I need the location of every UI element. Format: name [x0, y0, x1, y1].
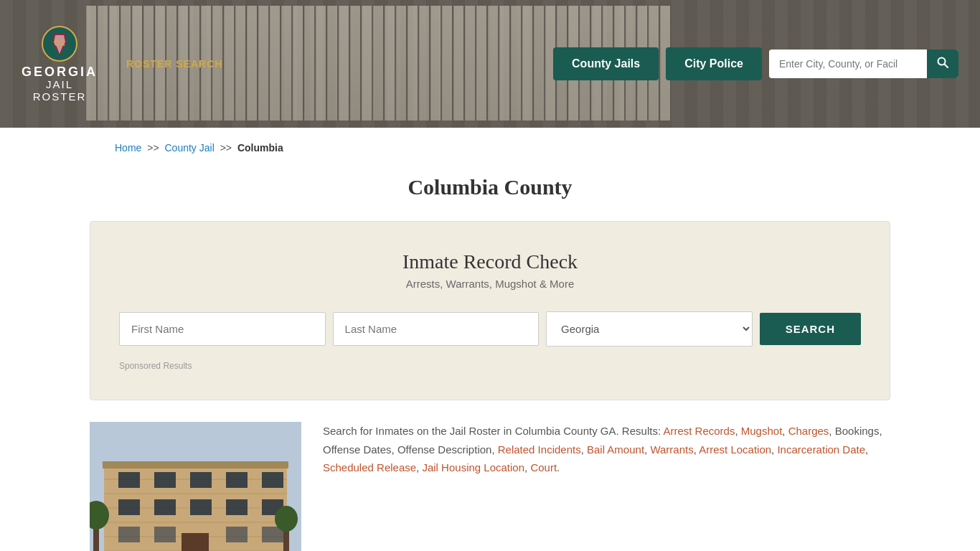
breadcrumb-sep-2: >>: [220, 142, 232, 154]
breadcrumb: Home >> County Jail >> Columbia: [0, 128, 980, 168]
svg-text:GA: GA: [55, 39, 65, 47]
georgia-state-icon: GA: [41, 25, 78, 62]
svg-point-33: [275, 506, 298, 532]
breadcrumb-sep-1: >>: [147, 142, 159, 154]
bottom-description: Search for Inmates on the Jail Roster in…: [323, 422, 890, 477]
header-right: County Jails City Police: [553, 47, 958, 80]
breadcrumb-county-jail[interactable]: County Jail: [165, 142, 215, 154]
last-name-input[interactable]: [333, 312, 540, 346]
svg-rect-15: [154, 472, 176, 488]
record-check-title: Inmate Record Check: [119, 250, 861, 273]
court-link[interactable]: Court: [530, 461, 557, 474]
sponsored-results-label: Sponsored Results: [119, 361, 861, 371]
header-search-input[interactable]: [769, 51, 927, 77]
county-jails-button[interactable]: County Jails: [553, 47, 659, 80]
roster-search-link[interactable]: ROSTER SEARCH: [126, 58, 222, 70]
svg-rect-18: [262, 472, 283, 488]
scheduled-release-link[interactable]: Scheduled Release: [323, 461, 416, 474]
header: GA GEORGIA JAIL ROSTER ROSTER SEARCH Cou…: [0, 0, 980, 128]
first-name-input[interactable]: [119, 312, 326, 346]
svg-rect-19: [118, 499, 140, 515]
svg-line-5: [945, 65, 948, 68]
svg-rect-20: [154, 499, 176, 515]
header-search-bar: [769, 50, 958, 78]
mugshot-link[interactable]: Mugshot: [741, 425, 783, 437]
header-search-button[interactable]: [927, 50, 958, 78]
bail-amount-link[interactable]: Bail Amount: [587, 443, 644, 456]
inmate-search-button[interactable]: SEARCH: [760, 313, 861, 345]
warrants-link[interactable]: Warrants: [650, 443, 693, 456]
bottom-section: Search for Inmates on the Jail Roster in…: [0, 400, 980, 551]
charges-link[interactable]: Charges: [788, 425, 829, 437]
logo-text-roster: ROSTER: [33, 91, 87, 103]
svg-rect-24: [118, 527, 140, 542]
logo-text-georgia: GEORGIA: [22, 65, 98, 80]
svg-rect-21: [190, 499, 212, 515]
breadcrumb-current: Columbia: [237, 142, 283, 154]
jail-housing-location-link[interactable]: Jail Housing Location: [422, 461, 524, 474]
svg-rect-14: [118, 472, 140, 488]
breadcrumb-home[interactable]: Home: [115, 142, 141, 154]
arrest-location-link[interactable]: Arrest Location: [699, 443, 771, 456]
incarceration-date-link[interactable]: Incarceration Date: [777, 443, 865, 456]
record-check-section: Inmate Record Check Arrests, Warrants, M…: [90, 221, 890, 400]
svg-rect-16: [190, 472, 212, 488]
search-icon: [937, 57, 948, 68]
svg-rect-26: [226, 527, 248, 542]
svg-rect-17: [226, 472, 248, 488]
related-incidents-link[interactable]: Related Incidents: [498, 443, 581, 456]
svg-rect-28: [182, 533, 209, 551]
svg-rect-25: [154, 527, 176, 542]
city-police-button[interactable]: City Police: [666, 47, 762, 80]
logo-text-jail: JAIL: [46, 79, 73, 91]
page-title: Columbia County: [0, 168, 980, 221]
header-content: GA GEORGIA JAIL ROSTER ROSTER SEARCH Cou…: [0, 0, 980, 128]
logo[interactable]: GA GEORGIA JAIL ROSTER: [22, 25, 98, 103]
building-image: [90, 422, 301, 551]
state-select[interactable]: Georgia: [546, 311, 753, 347]
svg-rect-22: [226, 499, 248, 515]
record-check-subtitle: Arrests, Warrants, Mugshot & More: [119, 278, 861, 290]
svg-rect-29: [103, 461, 288, 468]
arrest-records-link[interactable]: Arrest Records: [663, 425, 735, 437]
inmate-search-form: Georgia SEARCH: [119, 311, 861, 347]
